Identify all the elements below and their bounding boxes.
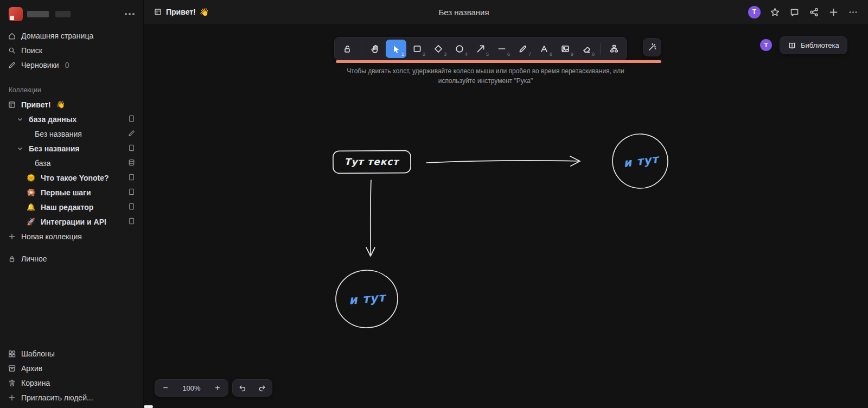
tree-item-label: Наш редактор — [41, 203, 93, 212]
more-options-icon[interactable] — [848, 7, 858, 17]
tree-item-baza[interactable]: база — [0, 156, 143, 170]
chevron-down-icon[interactable] — [16, 145, 24, 152]
tool-shortcut: 5 — [486, 52, 489, 57]
sidebar-item-templates[interactable]: Шаблоны — [0, 346, 143, 361]
sidebar-item-archive[interactable]: Архив — [0, 361, 143, 375]
sidebar-item-label: Личное — [21, 254, 47, 263]
workspace-switcher[interactable] — [0, 0, 143, 28]
share-icon[interactable] — [809, 7, 819, 17]
document-icon — [127, 202, 136, 212]
sidebar: Домашняя страница Поиск Черновики 0 Колл… — [0, 0, 144, 408]
laser-stroke — [336, 60, 661, 63]
new-collection-label: Новая коллекция — [21, 232, 82, 241]
tree-item-untitled[interactable]: Без названия — [0, 141, 143, 156]
breadcrumb-emoji: 👋 — [200, 8, 209, 16]
drawn-arrow-right — [426, 161, 580, 163]
drawing-toolbar: 1 2 3 4 5 6 7 — [334, 37, 627, 61]
sidebar-overflow-icon[interactable] — [125, 13, 135, 15]
book-icon — [788, 41, 796, 50]
tree-item-what-is-yonote[interactable]: 🌞 Что такое Yonote? — [0, 170, 143, 185]
sidebar-item-label: Шаблоны — [21, 349, 55, 358]
tree-item-untitled-child[interactable]: Без названия — [0, 126, 143, 141]
sidebar-footer: Шаблоны Архив Корзина Пригласить людей..… — [0, 346, 143, 408]
invite-people-button[interactable]: Пригласить людей... — [0, 390, 143, 405]
tree-item-first-steps[interactable]: 🎇 Первые шаги — [0, 185, 143, 200]
sidebar-collection-hello[interactable]: Привет! 👋 — [0, 97, 143, 112]
app-window: Домашняя страница Поиск Черновики 0 Колл… — [0, 0, 868, 408]
sidebar-item-label: Поиск — [21, 46, 42, 55]
text-tool[interactable]: 8 — [534, 40, 554, 58]
invite-people-label: Пригласить людей... — [21, 393, 93, 402]
tool-shortcut: 0 — [592, 52, 595, 57]
sidebar-item-drafts[interactable]: Черновики 0 — [0, 58, 143, 72]
tree-item-database[interactable]: база данных — [0, 112, 143, 126]
zoom-level[interactable]: 100% — [176, 384, 207, 392]
tree-item-label: Что такое Yonote? — [41, 174, 109, 182]
circle-bottom-text[interactable]: и тут — [348, 290, 387, 307]
star-icon[interactable] — [770, 7, 780, 17]
zoom-in-button[interactable]: + — [207, 379, 228, 397]
frame-tool[interactable] — [604, 40, 624, 58]
search-icon — [8, 46, 16, 55]
hint-line-2: используйте инструмент "Рука" — [269, 76, 703, 86]
templates-icon — [8, 349, 16, 358]
breadcrumb[interactable]: Привет! 👋 — [154, 8, 209, 16]
pencil-icon[interactable] — [127, 129, 136, 139]
rect-text[interactable]: Тут текст — [344, 156, 400, 167]
redo-button[interactable] — [252, 379, 272, 397]
circle-right-text[interactable]: и тут — [623, 152, 660, 170]
tree-item-our-editor[interactable]: 🔔 Наш редактор — [0, 200, 143, 214]
zoom-controls: − 100% + — [155, 379, 228, 397]
line-tool[interactable]: 6 — [492, 40, 512, 58]
tool-shortcut: 4 — [465, 52, 468, 57]
tree-item-integrations-api[interactable]: 🚀 Интеграции и API — [0, 214, 143, 229]
sidebar-item-home[interactable]: Домашняя страница — [0, 28, 143, 43]
tree-item-label: база — [35, 159, 51, 168]
ellipse-tool[interactable]: 4 — [449, 40, 470, 58]
sidebar-item-trash[interactable]: Корзина — [0, 375, 143, 390]
doc-emoji: 🌞 — [26, 174, 36, 182]
workspace-logo — [9, 7, 23, 21]
tool-shortcut: 8 — [550, 52, 552, 57]
zoom-out-button[interactable]: − — [155, 379, 176, 397]
user-avatar[interactable]: T — [748, 6, 761, 18]
comments-icon[interactable] — [789, 7, 800, 17]
sidebar-item-label: Архив — [21, 364, 42, 373]
canvas-hint: Чтобы двигать холст, удерживайте колесо … — [269, 66, 703, 86]
new-page-icon[interactable] — [828, 7, 839, 17]
selection-tool[interactable]: 1 — [386, 40, 406, 58]
drafts-count: 0 — [65, 61, 69, 69]
hand-tool[interactable] — [365, 40, 385, 58]
lock-tool[interactable] — [337, 40, 358, 58]
tree-item-label: Без названия — [29, 144, 80, 153]
chevron-down-icon[interactable] — [16, 116, 24, 123]
arrow-tool[interactable]: 5 — [470, 40, 491, 58]
sidebar-item-search[interactable]: Поиск — [0, 43, 143, 58]
draw-tool[interactable]: 7 — [513, 40, 533, 58]
trash-icon — [8, 379, 16, 387]
collaborator-avatar[interactable]: T — [760, 39, 772, 51]
home-icon — [8, 31, 16, 40]
lock-icon — [8, 254, 16, 263]
library-button[interactable]: Библиотека — [780, 36, 847, 54]
tool-shortcut: 2 — [423, 52, 425, 57]
plus-icon — [8, 393, 16, 402]
hint-line-1: Чтобы двигать холст, удерживайте колесо … — [269, 66, 703, 76]
tree-item-label: Первые шаги — [41, 188, 91, 197]
sidebar-item-personal[interactable]: Личное — [0, 251, 143, 266]
rectangle-tool[interactable]: 2 — [407, 40, 427, 58]
magic-wand-tool[interactable] — [643, 38, 661, 56]
image-tool[interactable]: 9 — [555, 40, 576, 58]
pencil-icon — [8, 61, 16, 69]
whiteboard-canvas[interactable]: Тут текст и тут и тут 1 2 3 — [144, 24, 868, 408]
document-icon — [127, 144, 136, 154]
diamond-tool[interactable]: 3 — [428, 40, 449, 58]
sidebar-item-label: Домашняя страница — [21, 31, 93, 40]
database-icon — [127, 158, 136, 168]
undo-button[interactable] — [233, 379, 252, 397]
new-collection-button[interactable]: Новая коллекция — [0, 229, 143, 244]
tool-shortcut: 3 — [444, 52, 446, 57]
horizontal-scrollbar[interactable] — [144, 405, 153, 408]
collection-icon — [8, 100, 16, 109]
eraser-tool[interactable]: 0 — [576, 40, 597, 58]
